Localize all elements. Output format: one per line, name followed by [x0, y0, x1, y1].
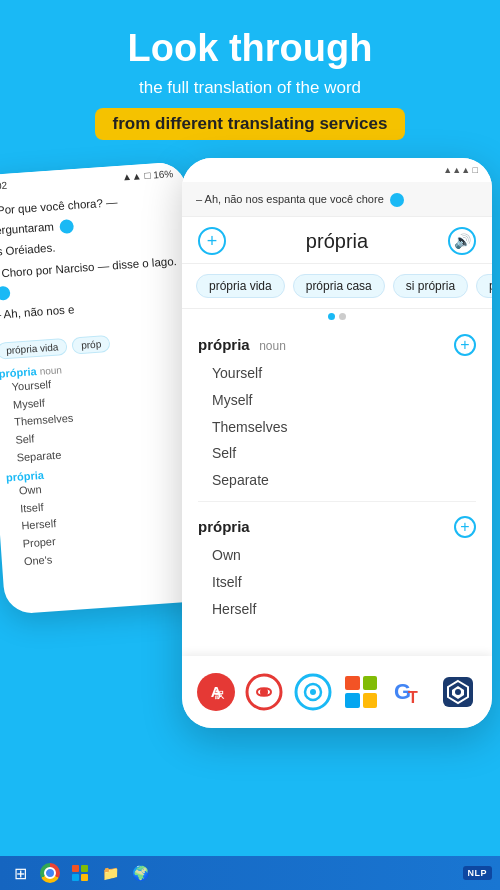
marketing-header: Look through the full translation of the…: [0, 0, 500, 158]
add-button[interactable]: +: [198, 227, 226, 255]
google-translate-svg: G T: [390, 673, 428, 711]
section-2-header: própria +: [198, 516, 476, 538]
linguee-svg: [294, 673, 332, 711]
dict-panel: + própria 🔊 própria vida própria casa si…: [182, 217, 492, 626]
start-button[interactable]: ⊞: [8, 861, 32, 885]
reverso-svg: [245, 673, 283, 711]
carousel-dots: [182, 309, 492, 324]
def-separate: Separate: [212, 467, 476, 494]
section-1-word: própria noun: [198, 336, 286, 354]
subheadline: the full translation of the word: [30, 78, 470, 98]
dict-divider: [198, 501, 476, 502]
def-myself: Myself: [212, 387, 476, 414]
app-toolbar: A 訳: [182, 656, 492, 728]
chip-scroll: própria vida própria casa si própria pró…: [182, 264, 492, 309]
chip-vida[interactable]: própria vida: [0, 338, 68, 360]
back-dict: própria noun Yourself Myself Themselves …: [0, 355, 202, 572]
microsoft-icon[interactable]: [339, 670, 383, 714]
sound-button[interactable]: 🔊: [448, 227, 476, 255]
dict-section-1: própria noun + Yourself Myself Themselve…: [198, 324, 476, 497]
chip-propria-casa[interactable]: própria casa: [293, 274, 385, 298]
def-own: Own: [212, 542, 476, 569]
windows-logo: [345, 676, 377, 708]
phone-front: ▲▲▲ □ – Ah, não nos espanta que você cho…: [182, 158, 492, 728]
status-time: 2:02: [0, 179, 7, 191]
def-yourself: Yourself: [212, 360, 476, 387]
taskbar-windows[interactable]: [68, 861, 92, 885]
linguee-icon[interactable]: [291, 670, 335, 714]
chip-propria-c[interactable]: própria c: [476, 274, 492, 298]
nlp-badge: NLP: [463, 866, 493, 880]
battery-indicator: ▲▲ □ 16%: [122, 168, 174, 183]
dot-inactive: [339, 313, 346, 320]
icon-a-red: A 訳: [197, 673, 235, 711]
dot-active: [328, 313, 335, 320]
reverso-icon[interactable]: [242, 670, 286, 714]
def-self: Self: [212, 440, 476, 467]
section-1-header: própria noun +: [198, 334, 476, 356]
taskbar-browser[interactable]: 🌍: [128, 861, 152, 885]
phones-area: 2:02 ▲▲ □ 16% – Por que você chora? — pe…: [0, 158, 500, 778]
back-phone-bottom: própria vida próp própria noun Yourself …: [0, 329, 212, 572]
taskbar: ⊞ 📁 🌍 NLP: [0, 856, 500, 890]
dict-header: + própria 🔊: [182, 217, 492, 264]
deepl-icon[interactable]: [436, 670, 480, 714]
overlay-text: – Ah, não nos espanta que você chore: [196, 190, 478, 209]
signal-icons: ▲▲▲ □: [443, 165, 478, 175]
section-2-word: própria: [198, 518, 250, 536]
taskbar-chrome[interactable]: [38, 861, 62, 885]
text-overlay: – Ah, não nos espanta que você chore: [182, 182, 492, 218]
section-1-add[interactable]: +: [454, 334, 476, 356]
svg-text:T: T: [408, 689, 418, 706]
back-phone-text: – Por que você chora? — perguntaram as O…: [0, 180, 196, 336]
section-1-defs: Yourself Myself Themselves Self Separate: [198, 360, 476, 493]
deepl-svg: [439, 673, 477, 711]
google-translate-icon[interactable]: G T: [387, 670, 431, 714]
dict-section-2: própria + Own Itself Herself: [198, 506, 476, 626]
front-phone-status: ▲▲▲ □: [182, 158, 492, 182]
section-2-add[interactable]: +: [454, 516, 476, 538]
svg-point-10: [455, 689, 461, 695]
dict-body: própria noun + Yourself Myself Themselve…: [182, 324, 492, 626]
def-itself: Itself: [212, 569, 476, 596]
dict-title: própria: [226, 230, 448, 253]
highlight-box: from different translating services: [95, 108, 406, 140]
section-2-defs: Own Itself Herself: [198, 542, 476, 622]
svg-point-1: [260, 688, 268, 696]
chip-propria-vida[interactable]: própria vida: [196, 274, 285, 298]
taskbar-folder[interactable]: 📁: [98, 861, 122, 885]
chip-prop[interactable]: próp: [72, 335, 111, 355]
def-herself: Herself: [212, 596, 476, 623]
chip-si-propria[interactable]: si própria: [393, 274, 468, 298]
translate-a-icon[interactable]: A 訳: [194, 670, 238, 714]
headline: Look through: [30, 28, 470, 70]
svg-point-4: [310, 689, 316, 695]
def-themselves: Themselves: [212, 414, 476, 441]
